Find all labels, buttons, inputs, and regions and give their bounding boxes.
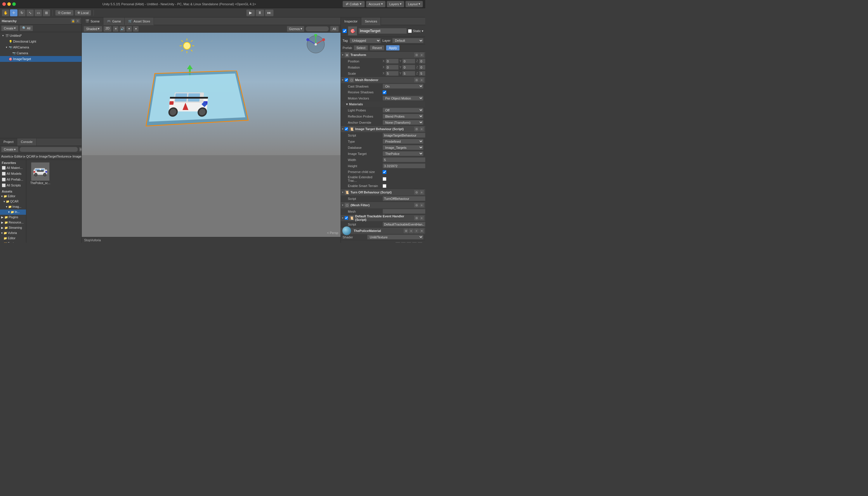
position-x-input[interactable]: [386, 59, 399, 64]
scene-all-btn[interactable]: All: [330, 26, 339, 32]
layer-select[interactable]: Default: [392, 38, 423, 43]
collab-button[interactable]: ⇄ Collab ▾: [343, 1, 365, 7]
layers-button[interactable]: Layers ▾: [387, 1, 404, 7]
mat-preview-menu-icon[interactable]: ≡: [406, 242, 411, 243]
script-input-to[interactable]: [383, 196, 425, 201]
image-target-checkbox[interactable]: [345, 127, 348, 131]
script-input-it[interactable]: [383, 133, 425, 138]
scene-hidden-icon[interactable]: ▾: [133, 26, 139, 32]
rotation-x-input[interactable]: [386, 65, 399, 70]
light-probes-select[interactable]: Off: [383, 108, 423, 113]
fav-all-scripts[interactable]: ⬜ All Scripts: [0, 183, 26, 188]
rotation-z-input[interactable]: [419, 65, 425, 70]
asset-folder-resources[interactable]: ▶ 📁 Resource...: [0, 220, 26, 225]
material-header[interactable]: ThePoliceMaterial ⚙ ≡ + ✕: [341, 228, 425, 234]
scene-viewport[interactable]: X Y Z: [82, 33, 341, 237]
mesh-renderer-settings-icon[interactable]: ⚙: [414, 78, 419, 82]
tab-scene[interactable]: 🎬 Scene: [82, 17, 103, 25]
hierarchy-create-btn[interactable]: Create ▾: [1, 26, 18, 31]
object-name-input[interactable]: [358, 28, 407, 34]
database-select[interactable]: Image_Targets: [383, 145, 423, 150]
turn-off-menu-icon[interactable]: ≡: [419, 190, 424, 195]
tab-services[interactable]: Services: [361, 17, 381, 25]
project-icon-btn[interactable]: ⊞: [79, 148, 81, 152]
material-settings-icon[interactable]: ⚙: [404, 229, 408, 233]
prefab-apply-btn[interactable]: Apply: [386, 45, 400, 50]
step-button[interactable]: ⏭: [265, 9, 274, 16]
mesh-renderer-checkbox[interactable]: [345, 78, 348, 82]
move-tool[interactable]: ✛: [10, 9, 17, 16]
pause-button[interactable]: ⏸: [256, 9, 264, 16]
tree-item-directional-light[interactable]: 💡 Directional Light: [0, 38, 81, 44]
mesh-filter-menu-icon[interactable]: ≡: [419, 203, 424, 207]
default-trackable-checkbox[interactable]: [345, 216, 348, 220]
reflection-probes-select[interactable]: Blend Probes: [383, 114, 423, 119]
default-trackable-menu-icon[interactable]: ≡: [419, 216, 424, 220]
tab-inspector[interactable]: Inspector: [341, 17, 361, 25]
minimize-button[interactable]: [7, 2, 11, 6]
scene-search-input[interactable]: [305, 26, 329, 31]
tree-item-imagetarget[interactable]: 🎯 ImageTarget: [0, 56, 81, 62]
asset-folder-fonts[interactable]: 📁 Fonts: [0, 241, 26, 243]
scene-lighting-icon[interactable]: ☀: [113, 26, 119, 32]
motion-vectors-select[interactable]: Per Object Motion: [383, 96, 423, 100]
tag-select[interactable]: Untagged: [349, 38, 381, 43]
tree-item-arcamera[interactable]: ▾ 📷 ARCamera: [0, 44, 81, 50]
material-add-icon[interactable]: +: [414, 229, 419, 233]
cast-shadows-select[interactable]: On: [383, 84, 423, 89]
turn-off-settings-icon[interactable]: ⚙: [414, 190, 419, 195]
tab-game[interactable]: 🎮 Game: [103, 17, 125, 25]
prefab-revert-btn[interactable]: Revert: [370, 45, 384, 50]
2d-btn[interactable]: 2D: [103, 26, 111, 32]
script-input-dt[interactable]: [383, 222, 425, 227]
scale-y-input[interactable]: [402, 71, 415, 76]
scale-tool[interactable]: ⤡: [26, 9, 34, 16]
mesh-filter-header[interactable]: ▾ ⬡ (Mesh Filter) ⚙ ≡: [341, 202, 425, 208]
transform-settings-icon[interactable]: ⚙: [414, 52, 419, 57]
rotate-tool[interactable]: ↻: [18, 9, 26, 16]
tab-console[interactable]: Console: [17, 138, 36, 145]
tab-project[interactable]: Project: [0, 138, 17, 145]
mesh-renderer-menu-icon[interactable]: ≡: [419, 78, 424, 82]
position-z-input[interactable]: [419, 59, 425, 64]
asset-folder-imag[interactable]: ▾ 📁 Imag...: [0, 204, 26, 210]
center-button[interactable]: ⊙ Center: [55, 10, 74, 16]
transform-tool[interactable]: ⊞: [43, 9, 50, 16]
extended-tracking-checkbox[interactable]: [383, 177, 386, 181]
fav-all-materials[interactable]: ⬜ All Materi...: [0, 165, 26, 171]
scene-audio-icon[interactable]: 🔊: [119, 26, 125, 32]
turn-off-header[interactable]: ▾ 📜 Turn Off Behaviour (Script) ⚙ ≡: [341, 189, 425, 196]
default-trackable-settings-icon[interactable]: ⚙: [414, 216, 419, 220]
asset-folder-plugins[interactable]: ▶ 📁 Plugins: [0, 215, 26, 220]
tree-item-camera[interactable]: 📷 Camera: [0, 50, 81, 56]
maximize-button[interactable]: [12, 2, 16, 6]
prefab-select-btn[interactable]: Select: [354, 45, 368, 50]
default-trackable-header[interactable]: ▾ 📜 Default Trackable Event Handler (Scr…: [341, 215, 425, 221]
asset-folder-streaming[interactable]: ▶ 📁 Streaming: [0, 225, 26, 231]
mesh-input[interactable]: [383, 209, 425, 214]
asset-folder-in[interactable]: ▾ 📁 In...: [0, 210, 26, 215]
rotation-y-input[interactable]: [402, 65, 415, 70]
preserve-checkbox[interactable]: [383, 170, 386, 174]
play-button[interactable]: ▶: [246, 9, 255, 16]
transform-header[interactable]: ▾ ⊕ Transform ⚙ ≡: [341, 52, 425, 58]
project-create-btn[interactable]: Create ▾: [1, 146, 18, 152]
tree-item-untitled[interactable]: ▾ 🎬 Untitled*: [0, 33, 81, 38]
width-input[interactable]: [383, 157, 425, 162]
asset-item-thepolice[interactable]: ThePolice_sc...: [29, 162, 52, 185]
layout-button[interactable]: Layout ▾: [405, 1, 423, 7]
object-active-checkbox[interactable]: [343, 29, 347, 33]
height-input[interactable]: [383, 164, 425, 168]
mesh-filter-settings-icon[interactable]: ⚙: [414, 203, 419, 207]
shader-select[interactable]: Unlit/Texture: [367, 235, 423, 239]
tab-asset-store[interactable]: 🛒 Asset Store: [125, 17, 154, 25]
type-select[interactable]: Predefined: [383, 139, 423, 144]
fav-all-models[interactable]: ⬜ All Models: [0, 171, 26, 177]
scale-z-input[interactable]: [419, 71, 425, 76]
material-close-icon[interactable]: ✕: [419, 229, 424, 233]
asset-folder-qcar[interactable]: ▾ 📁 QCAR: [0, 199, 26, 204]
image-target-header[interactable]: ▾ 📜 Image Target Behaviour (Script) ⚙ ≡: [341, 126, 425, 132]
smart-terrain-checkbox[interactable]: [383, 184, 386, 188]
transform-menu-icon[interactable]: ≡: [419, 52, 424, 57]
mat-preview-expand-icon[interactable]: ⤢: [418, 242, 422, 243]
